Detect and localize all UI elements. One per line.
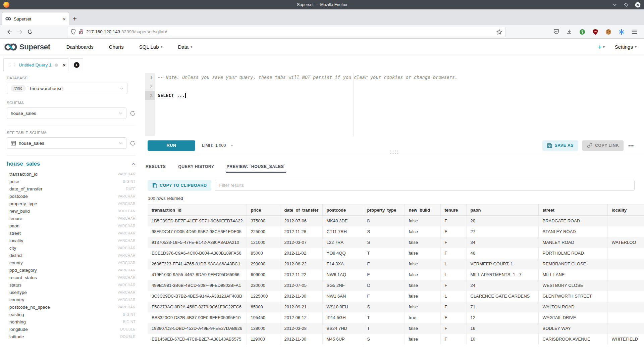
schema-column-row[interactable]: paon VARCHAR — [7, 222, 136, 229]
column-header[interactable]: date_of_transfer — [280, 205, 322, 216]
schema-column-row[interactable]: postcode_no_space VARCHAR — [7, 303, 136, 311]
schema-column-row[interactable]: longitude DOUBLE — [7, 325, 136, 333]
table-row: 91370533-19F5-47FE-B142-A380A8ADA2101210… — [148, 237, 644, 248]
schema-column-row[interactable]: locality VARCHAR — [7, 237, 136, 244]
insecure-lock-icon[interactable] — [78, 29, 84, 35]
schema-column-row[interactable]: district VARCHAR — [7, 252, 136, 259]
results-tab[interactable]: QUERY HISTORY — [177, 155, 215, 173]
table-cell: L — [440, 291, 466, 302]
sql-editor[interactable]: 123 -- Note: Unless you save your query,… — [145, 73, 644, 136]
settings-menu[interactable]: Settings▾ — [615, 44, 637, 50]
pane-resize-handle[interactable] — [390, 150, 399, 154]
table-cell: BS24 7HD — [322, 323, 363, 334]
schema-column-row[interactable]: county VARCHAR — [7, 259, 136, 266]
reload-button[interactable] — [25, 27, 35, 37]
schema-column-row[interactable]: latitude DOUBLE — [7, 333, 136, 340]
more-options-button[interactable]: ••• — [628, 143, 634, 148]
schema-column-row[interactable]: transaction_id VARCHAR — [7, 170, 136, 178]
schema-column-row[interactable]: city VARCHAR — [7, 244, 136, 252]
pocket-icon[interactable] — [553, 29, 559, 35]
database-select[interactable]: trino Trino warehouse — [7, 83, 127, 94]
forward-button[interactable] — [15, 27, 25, 37]
schema-column-row[interactable]: price BIGINT — [7, 178, 136, 185]
editor-gutter: 123 — [145, 73, 155, 136]
table-cell: false — [405, 216, 440, 226]
schema-column-row[interactable]: ppd_category VARCHAR — [7, 266, 136, 274]
query-tab-untitled-1[interactable]: ⋮⋮ Untitled Query 1 × — [3, 58, 68, 71]
schema-select[interactable]: house_sales — [7, 107, 126, 119]
run-button[interactable]: RUN — [148, 140, 195, 151]
schema-column-row[interactable]: status VARCHAR — [7, 281, 136, 289]
schema-column-row[interactable]: date_of_transfer DATE — [7, 185, 136, 192]
add-query-tab-button[interactable]: + — [70, 58, 83, 71]
column-header[interactable]: new_build — [405, 205, 440, 216]
new-tab-button[interactable]: + — [69, 12, 80, 25]
schema-column-row[interactable]: property_type VARCHAR — [7, 200, 136, 207]
column-header[interactable]: street — [538, 205, 607, 216]
limit-dropdown[interactable]: LIMIT: 1 000 ▾ — [202, 143, 233, 148]
results-tab[interactable]: RESULTS — [145, 155, 166, 173]
new-item-button[interactable]: +▾ — [598, 43, 605, 51]
nav-dashboards[interactable]: Dashboards — [66, 44, 94, 50]
chevron-up-icon[interactable] — [131, 163, 136, 165]
ublock-shield-icon[interactable]: uB — [592, 29, 599, 35]
column-header[interactable]: locality — [607, 205, 644, 216]
schema-column-row[interactable]: country VARCHAR — [7, 296, 136, 303]
table-cell — [607, 323, 644, 334]
back-button[interactable] — [5, 27, 15, 37]
downloads-icon[interactable] — [566, 29, 573, 35]
refresh-schemas-icon[interactable] — [130, 111, 136, 116]
column-header[interactable]: price — [247, 205, 280, 216]
nav-sql-lab[interactable]: SQL Lab▾ — [139, 44, 163, 50]
extension-green-icon[interactable] — [579, 29, 586, 35]
cookie-extension-icon[interactable] — [605, 29, 612, 35]
column-header[interactable]: transaction_id — [148, 205, 247, 216]
schema-column-row[interactable]: usertype VARCHAR — [7, 289, 136, 296]
schema-column-row[interactable]: easting BIGINT — [7, 311, 136, 318]
table-cell — [607, 291, 644, 302]
schema-column-row[interactable]: new_build BOOLEAN — [7, 207, 136, 215]
table-select[interactable]: house_sales — [7, 137, 126, 149]
schema-column-row[interactable]: tenure VARCHAR — [7, 215, 136, 222]
table-cell: false — [405, 226, 440, 237]
window-minimize-button[interactable] — [612, 2, 618, 8]
filter-results-input[interactable] — [215, 180, 635, 191]
table-schema-name[interactable]: house_sales — [7, 161, 40, 167]
schema-column-row[interactable]: street VARCHAR — [7, 229, 136, 237]
refresh-tables-icon[interactable] — [130, 140, 136, 146]
column-header[interactable]: property_type — [363, 205, 405, 216]
schema-column-row[interactable]: record_status VARCHAR — [7, 274, 136, 281]
copy-to-clipboard-button[interactable]: COPY TO CLIPBOARD — [148, 180, 211, 191]
copy-link-button[interactable]: COPY LINK — [582, 140, 624, 151]
table-cell: NW1 6AN — [322, 291, 363, 302]
save-as-button[interactable]: SAVE AS — [542, 140, 578, 151]
plus-circle-icon: + — [74, 62, 79, 68]
table-schema-header[interactable]: house_sales — [7, 161, 136, 167]
column-header[interactable]: tenure — [440, 205, 466, 216]
extension-blue-asterisk-icon[interactable] — [618, 29, 625, 35]
table-cell: false — [405, 291, 440, 302]
results-tab[interactable]: PREVIEW: `HOUSE_SALES` — [226, 155, 286, 173]
query-tab-close-icon[interactable]: × — [63, 62, 66, 68]
nav-data[interactable]: Data▾ — [178, 44, 193, 50]
drag-handle-icon[interactable]: ⋮⋮ — [8, 62, 16, 68]
window-maximize-button[interactable] — [623, 2, 629, 8]
window-close-button[interactable] — [635, 2, 641, 8]
menu-hamburger-icon[interactable] — [631, 29, 638, 35]
url-text[interactable]: 217.160.120.143:32393/superset/sqllab/ — [86, 29, 494, 34]
column-header[interactable]: paon — [466, 205, 538, 216]
permissions-shield-icon[interactable] — [71, 29, 76, 35]
nav-charts[interactable]: Charts — [109, 44, 124, 50]
tab-close-icon[interactable]: × — [63, 16, 66, 21]
column-header[interactable]: postcode — [322, 205, 363, 216]
browser-tab-superset[interactable]: Superset × — [2, 12, 69, 25]
table-cell: T — [363, 248, 405, 259]
superset-logo-icon[interactable] — [4, 43, 17, 51]
query-tab-label[interactable]: Untitled Query 1 — [19, 62, 52, 68]
editor-code-area[interactable]: -- Note: Unless you save your query, the… — [155, 73, 644, 136]
url-bar[interactable]: 217.160.120.143:32393/superset/sqllab/ — [67, 27, 506, 37]
app-brand[interactable]: Superset — [19, 43, 50, 51]
schema-column-row[interactable]: northing BIGINT — [7, 318, 136, 325]
bookmark-star-icon[interactable] — [496, 29, 502, 35]
schema-column-row[interactable]: postcode VARCHAR — [7, 192, 136, 200]
